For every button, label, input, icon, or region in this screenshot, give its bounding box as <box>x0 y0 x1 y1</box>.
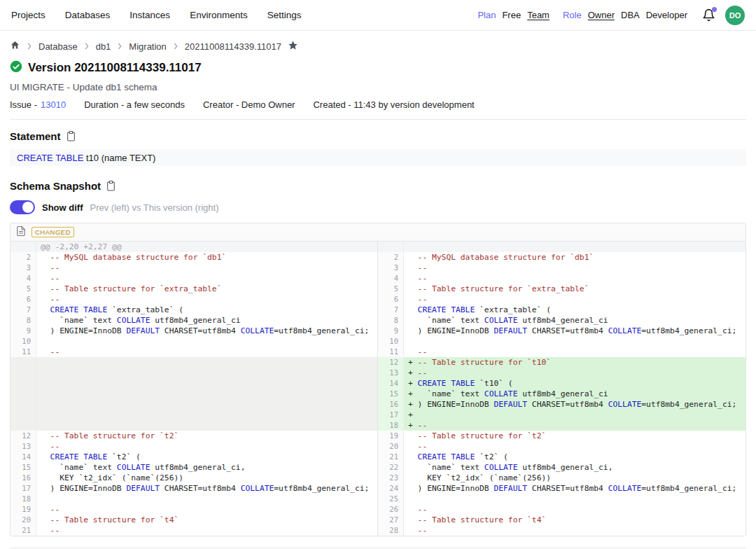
show-diff-toggle[interactable] <box>10 200 35 214</box>
code-line: -- <box>36 294 377 305</box>
diff-row: 22 `name` text COLLATE utf8mb4_general_c… <box>378 462 746 473</box>
breadcrumb-version[interactable]: 20211008114339.11017 <box>185 41 281 52</box>
diff-row: 28 -- <box>378 525 746 536</box>
code-line <box>404 242 746 252</box>
chevron-right-icon <box>27 43 32 50</box>
diff-row: 3 -- <box>10 263 377 273</box>
code-line: -- <box>404 263 746 273</box>
code-line: KEY `t2_idx` (`name`(256)) <box>36 473 377 483</box>
line-number: 18 <box>378 420 404 431</box>
code-line <box>36 336 377 347</box>
line-number <box>10 242 36 252</box>
diff-row: 12 -- Table structure for `t2` <box>10 431 377 441</box>
diff-row: 19 -- <box>10 504 377 515</box>
diff-row: 11 -- <box>378 347 746 357</box>
diff-row: 27 -- Table structure for `t4` <box>378 515 746 525</box>
plan-label[interactable]: Plan <box>477 10 496 20</box>
nav-item-instances[interactable]: Instances <box>130 10 170 20</box>
code-line: -- Table structure for `extra_table` <box>404 284 746 294</box>
home-icon[interactable] <box>10 40 20 53</box>
line-number: 5 <box>378 284 404 294</box>
diff-row: @@ -2,20 +2,27 @@ <box>10 242 377 252</box>
line-number: 12 <box>10 431 36 441</box>
success-check-icon <box>10 60 22 76</box>
statement-heading: Statement <box>10 130 61 142</box>
line-number: 11 <box>10 347 36 357</box>
breadcrumb: Database db1 Migration 20211008114339.11… <box>10 40 746 53</box>
code-line: `name` text COLLATE utf8mb4_general_ci <box>404 315 746 326</box>
plan-team-link[interactable]: Team <box>527 10 550 20</box>
section-divider <box>10 119 746 120</box>
diff-row: 13+ -- <box>378 368 746 378</box>
diff-pane-previous: @@ -2,20 +2,27 @@2 -- MySQL database str… <box>10 242 378 536</box>
nav-item-databases[interactable]: Databases <box>65 10 111 20</box>
line-number: 21 <box>10 525 36 536</box>
chevron-right-icon <box>117 43 122 50</box>
diff-row: 23 KEY `t2_idx` (`name`(256)) <box>378 473 746 483</box>
line-number: 20 <box>378 441 404 452</box>
code-line: -- <box>404 441 746 452</box>
copy-statement-button[interactable] <box>66 131 76 141</box>
breadcrumb-database[interactable]: Database <box>38 41 78 52</box>
breadcrumb-db1[interactable]: db1 <box>96 41 111 52</box>
diff-row: 13 -- <box>10 441 377 452</box>
user-avatar[interactable]: DO <box>725 6 745 25</box>
code-line: + <box>404 410 746 420</box>
role-group: Role Owner DBA Developer <box>563 10 687 20</box>
nav-item-projects[interactable]: Projects <box>11 10 46 20</box>
line-number: 9 <box>10 326 36 336</box>
code-line: CREATE TABLE `extra_table` ( <box>36 305 377 315</box>
code-line: `name` text COLLATE utf8mb4_general_ci, <box>404 462 746 473</box>
code-line: + -- <box>404 368 746 378</box>
meta-duration: Duration - a few seconds <box>84 99 185 110</box>
diff-row: 16 KEY `t2_idx` (`name`(256)) <box>10 473 377 483</box>
diff-row: 2 -- MySQL database structure for `db1` <box>378 252 746 263</box>
code-line: -- <box>36 347 377 357</box>
line-number: 15 <box>10 462 36 473</box>
line-number: 4 <box>378 273 404 284</box>
line-number: 12 <box>378 357 404 368</box>
role-owner-link[interactable]: Owner <box>588 10 615 20</box>
code-line: -- Table structure for `extra_table` <box>36 284 377 294</box>
diff-row: 10 <box>10 336 377 347</box>
code-line <box>36 357 377 431</box>
diff-row: 5 -- Table structure for `extra_table` <box>378 284 746 294</box>
snapshot-heading: Schema Snapshot <box>10 180 101 192</box>
code-line: -- Table structure for `t4` <box>36 515 377 525</box>
copy-snapshot-button[interactable] <box>106 181 115 191</box>
diff-row: 7 CREATE TABLE `extra_table` ( <box>10 305 377 315</box>
schema-diff-viewer: CHANGED @@ -2,20 +2,27 @@2 -- MySQL data… <box>10 223 746 536</box>
diff-row: 21 -- <box>10 525 377 536</box>
line-number: 14 <box>378 378 404 389</box>
diff-row: 20 -- <box>378 441 746 452</box>
diff-row: 2 -- MySQL database structure for `db1` <box>10 252 377 263</box>
nav-item-environments[interactable]: Environments <box>190 10 248 20</box>
sql-rest: t10 (name TEXT) <box>83 153 155 163</box>
diff-row <box>378 242 746 252</box>
code-line: CREATE TABLE `extra_table` ( <box>404 305 746 315</box>
line-number: 13 <box>378 368 404 378</box>
issue-link[interactable]: 13010 <box>41 99 66 110</box>
diff-row: 4 -- <box>10 273 377 284</box>
nav-item-settings[interactable]: Settings <box>267 10 302 20</box>
diff-body: @@ -2,20 +2,27 @@2 -- MySQL database str… <box>10 242 746 536</box>
code-line: -- <box>404 525 746 536</box>
line-number: 17 <box>378 410 404 420</box>
diff-row: 18 <box>10 494 377 504</box>
code-line: ) ENGINE=InnoDB DEFAULT CHARSET=utf8mb4 … <box>36 483 377 494</box>
statement-section-head: Statement <box>10 130 746 142</box>
line-number: 7 <box>378 305 404 315</box>
code-line: -- MySQL database structure for `db1` <box>36 252 377 263</box>
top-nav: Projects Databases Instances Environment… <box>0 0 756 31</box>
notification-bell-button[interactable] <box>702 8 716 22</box>
breadcrumb-migration[interactable]: Migration <box>129 41 166 52</box>
diff-row: 5 -- Table structure for `extra_table` <box>10 284 377 294</box>
code-line: ) ENGINE=InnoDB DEFAULT CHARSET=utf8mb4 … <box>404 483 746 494</box>
code-line: -- <box>404 273 746 284</box>
diff-row: 9 ) ENGINE=InnoDB DEFAULT CHARSET=utf8mb… <box>10 326 377 336</box>
code-line: `name` text COLLATE utf8mb4_general_ci, <box>36 462 377 473</box>
favorite-star-icon[interactable] <box>288 40 298 53</box>
role-label[interactable]: Role <box>563 10 582 20</box>
code-line: + CREATE TABLE `t10` ( <box>404 378 746 389</box>
line-number: 23 <box>378 473 404 483</box>
